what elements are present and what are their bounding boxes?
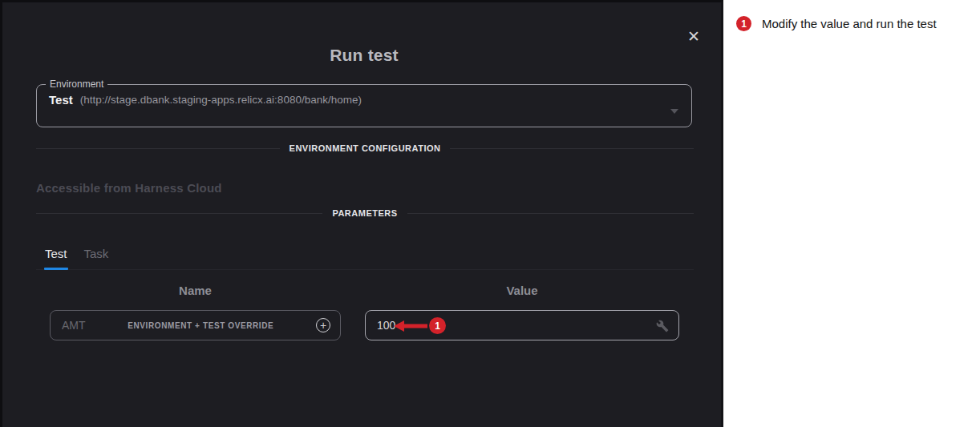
param-value-input[interactable] xyxy=(366,319,542,332)
screen: ✕ Run test Environment Test (http://stag… xyxy=(0,0,980,427)
modal-title: Run test xyxy=(2,46,726,65)
environment-selected-option[interactable]: Test (http://stage.dbank.staging-apps.re… xyxy=(37,90,691,107)
step-text: Modify the value and run the test xyxy=(762,17,937,30)
close-icon[interactable]: ✕ xyxy=(682,24,706,48)
environment-configuration-label: ENVIRONMENT CONFIGURATION xyxy=(290,143,441,153)
divider-line xyxy=(407,213,694,214)
parameters-tab-bar: Test Task xyxy=(36,238,694,270)
tab-test[interactable]: Test xyxy=(44,240,68,269)
environment-select[interactable]: Environment Test (http://stage.dbank.sta… xyxy=(36,79,692,127)
divider-line xyxy=(36,148,280,149)
parameters-label: PARAMETERS xyxy=(332,208,397,218)
run-test-modal: ✕ Run test Environment Test (http://stag… xyxy=(0,0,723,427)
chevron-down-icon[interactable] xyxy=(670,109,678,114)
environment-url: (http://stage.dbank.staging-apps.relicx.… xyxy=(80,94,362,106)
environment-configuration-divider: ENVIRONMENT CONFIGURATION xyxy=(36,143,694,154)
divider-line xyxy=(450,148,694,149)
instructions-panel: 1 Modify the value and run the test xyxy=(723,0,980,427)
accessible-note: Accessible from Harness Cloud xyxy=(36,181,222,195)
environment-name: Test xyxy=(49,93,73,107)
parameters-divider: PARAMETERS xyxy=(36,207,694,219)
name-column-header: Name xyxy=(50,284,341,297)
step-number-badge: 1 xyxy=(736,16,751,31)
param-name-text: AMT xyxy=(62,319,86,332)
annotation-marker-1: 1 xyxy=(429,317,446,334)
divider-line xyxy=(36,213,322,214)
environment-select-label: Environment xyxy=(46,79,107,90)
wrench-icon[interactable] xyxy=(656,320,669,332)
tab-task[interactable]: Task xyxy=(83,240,110,269)
param-override-badge: ENVIRONMENT + TEST OVERRIDE xyxy=(86,321,316,330)
value-column-header: Value xyxy=(365,284,679,297)
instruction-step: 1 Modify the value and run the test xyxy=(736,16,937,31)
annotation-arrow-icon xyxy=(394,320,427,335)
param-name-field[interactable]: AMT ENVIRONMENT + TEST OVERRIDE + xyxy=(50,310,341,340)
plus-circle-icon[interactable]: + xyxy=(316,318,330,332)
